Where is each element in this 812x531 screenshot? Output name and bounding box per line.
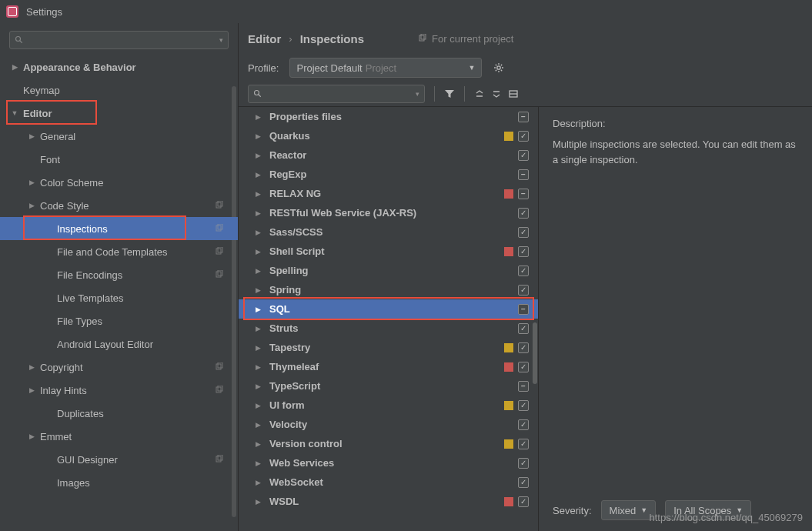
profile-select[interactable]: Project DefaultProject ▼ <box>289 58 482 78</box>
inspection-item-spring[interactable]: ▶Spring <box>239 280 538 299</box>
sidebar-item-color-scheme[interactable]: ▶Color Scheme <box>0 171 238 194</box>
sidebar-item-live-templates[interactable]: ▶Live Templates <box>0 286 238 309</box>
inspection-checkbox[interactable] <box>518 285 529 296</box>
sidebar-item-file-and-code-templates[interactable]: ▶File and Code Templates <box>0 240 238 263</box>
copy-icon <box>215 386 224 395</box>
breadcrumb-editor[interactable]: Editor <box>248 32 281 45</box>
inspection-item-reactor[interactable]: ▶Reactor <box>239 145 538 165</box>
inspection-item-struts[interactable]: ▶Struts <box>239 319 538 338</box>
inspection-checkbox[interactable] <box>518 112 529 122</box>
inspection-checkbox[interactable] <box>518 189 529 199</box>
sidebar-item-android-layout-editor[interactable]: ▶Android Layout Editor <box>0 332 238 356</box>
inspection-tree: ▶Properties files▶Quarkus▶Reactor▶RegExp… <box>239 107 539 531</box>
filter-icon[interactable] <box>441 85 458 102</box>
inspection-item-sass-scss[interactable]: ▶Sass/SCSS <box>239 222 538 242</box>
sidebar-item-emmet[interactable]: ▶Emmet <box>0 425 238 448</box>
inspection-checkbox[interactable] <box>518 362 529 372</box>
inspection-search-input[interactable]: ▾ <box>248 85 425 103</box>
chevron-right-icon: ▶ <box>28 432 35 440</box>
sidebar-item-font[interactable]: ▶Font <box>0 148 238 171</box>
inspection-item-web-services[interactable]: ▶Web Services <box>239 453 538 473</box>
svg-rect-2 <box>216 202 221 208</box>
inspection-checkbox[interactable] <box>518 323 529 334</box>
inspection-checkbox[interactable] <box>518 477 529 488</box>
chevron-right-icon: ▶ <box>256 498 263 506</box>
sidebar-item-editor[interactable]: ▼Editor <box>0 102 238 125</box>
sidebar-item-inlay-hints[interactable]: ▶Inlay Hints <box>0 379 238 402</box>
inspection-item-websocket[interactable]: ▶WebSocket <box>239 473 538 492</box>
inspection-item-spelling[interactable]: ▶Spelling <box>239 261 538 280</box>
inspection-item-regexp[interactable]: ▶RegExp <box>239 165 538 184</box>
sidebar-item-file-encodings[interactable]: ▶File Encodings <box>0 263 238 286</box>
inspection-checkbox[interactable] <box>518 304 529 315</box>
description-title: Description: <box>553 118 798 129</box>
chevron-right-icon: ▶ <box>256 171 263 179</box>
inspection-item-sql[interactable]: ▶SQL <box>239 299 538 319</box>
severity-select[interactable]: Mixed ▼ <box>601 500 657 520</box>
inspection-checkbox[interactable] <box>518 381 529 392</box>
svg-rect-16 <box>419 35 424 41</box>
inspection-checkbox[interactable] <box>518 131 529 142</box>
inspection-item-ui-form[interactable]: ▶UI form <box>239 396 538 415</box>
gear-icon[interactable] <box>493 62 505 74</box>
sidebar-item-label: Color Scheme <box>40 177 103 189</box>
sidebar-item-images[interactable]: ▶Images <box>0 471 238 494</box>
inspection-item-quarkus[interactable]: ▶Quarkus <box>239 126 538 145</box>
svg-rect-7 <box>218 247 222 252</box>
severity-label: Severity: <box>553 505 592 516</box>
sidebar-item-code-style[interactable]: ▶Code Style <box>0 194 238 217</box>
chevron-down-icon: ▼ <box>11 109 18 117</box>
inspection-item-typescript[interactable]: ▶TypeScript <box>239 376 538 396</box>
inspection-checkbox[interactable] <box>518 227 529 238</box>
search-icon <box>15 35 24 45</box>
inspection-checkbox[interactable] <box>518 400 529 411</box>
sidebar-item-general[interactable]: ▶General <box>0 125 238 148</box>
inspection-item-restful-web-service-jax-rs-[interactable]: ▶RESTful Web Service (JAX-RS) <box>239 203 538 222</box>
inspection-label: Version control <box>269 438 504 449</box>
inspection-item-shell-script[interactable]: ▶Shell Script <box>239 242 538 261</box>
inspection-item-thymeleaf[interactable]: ▶Thymeleaf <box>239 357 538 376</box>
inspection-checkbox[interactable] <box>518 246 529 257</box>
sidebar-item-label: File Types <box>57 316 102 327</box>
sidebar-item-inspections[interactable]: ▶Inspections <box>0 217 238 240</box>
collapse-all-icon[interactable] <box>488 85 505 102</box>
sidebar-item-label: Copyright <box>40 362 83 373</box>
sidebar-item-duplicates[interactable]: ▶Duplicates <box>0 402 238 425</box>
inspection-label: SQL <box>269 303 518 315</box>
inspection-checkbox[interactable] <box>518 458 529 469</box>
sidebar-item-appearance-behavior[interactable]: ▶Appearance & Behavior <box>0 55 238 78</box>
sidebar-search-input[interactable]: ▾ <box>9 31 229 49</box>
inspection-item-velocity[interactable]: ▶Velocity <box>239 415 538 434</box>
inspection-label: Spring <box>269 284 518 296</box>
inspection-item-tapestry[interactable]: ▶Tapestry <box>239 338 538 357</box>
inspection-item-properties-files[interactable]: ▶Properties files <box>239 107 538 126</box>
sidebar-item-keymap[interactable]: ▶Keymap <box>0 78 238 102</box>
inspection-checkbox[interactable] <box>518 266 529 276</box>
chevron-right-icon: ▶ <box>28 363 35 371</box>
reset-icon[interactable] <box>505 85 522 102</box>
severity-value: Mixed <box>610 505 637 516</box>
chevron-right-icon: ▶ <box>256 306 263 313</box>
window-title: Settings <box>26 6 62 18</box>
inspection-checkbox[interactable] <box>518 150 529 161</box>
settings-tree: ▶Appearance & Behavior▶Keymap▼Editor▶Gen… <box>0 55 238 531</box>
inspection-checkbox[interactable] <box>518 169 529 180</box>
inspection-checkbox[interactable] <box>518 419 529 430</box>
inspection-label: RELAX NG <box>269 188 504 199</box>
inspection-checkbox[interactable] <box>518 342 529 353</box>
sidebar-item-label: Live Templates <box>57 292 123 304</box>
expand-all-icon[interactable] <box>471 85 488 102</box>
inspection-item-relax-ng[interactable]: ▶RELAX NG <box>239 184 538 203</box>
chevron-right-icon: ▶ <box>256 325 263 332</box>
inspection-item-wsdl[interactable]: ▶WSDL <box>239 492 538 511</box>
inspection-checkbox[interactable] <box>518 439 529 449</box>
inspection-item-version-control[interactable]: ▶Version control <box>239 434 538 453</box>
inspection-label: TypeScript <box>269 380 518 392</box>
sidebar-item-copyright[interactable]: ▶Copyright <box>0 356 238 379</box>
sidebar-item-label: Inlay Hints <box>40 385 87 396</box>
svg-point-0 <box>16 37 21 42</box>
inspection-checkbox[interactable] <box>518 496 529 507</box>
inspection-checkbox[interactable] <box>518 208 529 219</box>
sidebar-item-gui-designer[interactable]: ▶GUI Designer <box>0 448 238 471</box>
sidebar-item-file-types[interactable]: ▶File Types <box>0 309 238 332</box>
